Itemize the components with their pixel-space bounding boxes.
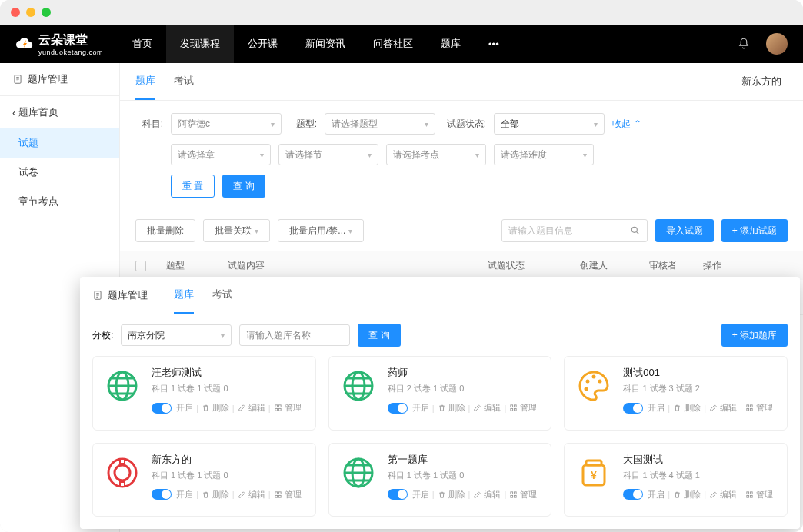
query-button[interactable]: 查 询 — [222, 175, 265, 198]
edit-icon — [473, 490, 481, 499]
close-dot[interactable] — [11, 8, 20, 17]
nav-item-3[interactable]: 新闻资讯 — [292, 25, 359, 63]
minimize-dot[interactable] — [26, 8, 35, 17]
card-manage[interactable]: 管理 — [509, 489, 537, 500]
bank-card: 汪老师测试科目 1 试卷 1 试题 0开启|删除|编辑|管理 — [92, 356, 316, 431]
card-manage[interactable]: 管理 — [274, 489, 302, 500]
card-manage[interactable]: 管理 — [509, 402, 537, 414]
nav-item-1[interactable]: 发现课程 — [166, 25, 234, 63]
branch-select[interactable]: 南京分院▾ — [121, 324, 232, 346]
svg-point-18 — [585, 387, 588, 391]
grid-icon — [274, 404, 282, 412]
bell-icon[interactable] — [737, 37, 751, 51]
tabs-right-title: 新东方的 — [741, 75, 788, 88]
toggle-label: 开启 — [176, 402, 193, 414]
svg-rect-42 — [747, 495, 749, 497]
nav-item-4[interactable]: 问答社区 — [359, 25, 427, 63]
edit-icon — [709, 490, 718, 499]
status-select[interactable]: 全部▾ — [494, 113, 605, 135]
logo[interactable]: 云朵课堂 yunduoketang.com — [15, 32, 103, 56]
chapter-select[interactable]: 请选择章▾ — [171, 144, 271, 165]
card-icon — [574, 366, 614, 406]
import-button[interactable]: 导入试题 — [655, 219, 714, 242]
bulk-delete-button[interactable]: 批量删除 — [135, 219, 195, 242]
avatar[interactable] — [766, 33, 788, 55]
logo-text: 云朵课堂 — [38, 32, 103, 48]
card-delete[interactable]: 删除 — [438, 402, 465, 414]
tab-0[interactable]: 题库 — [135, 63, 155, 100]
card-icon — [102, 453, 142, 493]
svg-point-15 — [586, 380, 590, 384]
svg-rect-28 — [278, 491, 281, 494]
card-edit[interactable]: 编辑 — [473, 402, 501, 414]
chevron-down-icon: ▾ — [271, 120, 275, 128]
card-manage[interactable]: 管理 — [274, 402, 302, 414]
card-edit[interactable]: 编辑 — [238, 402, 265, 414]
toggle-switch[interactable] — [623, 489, 643, 500]
bank-name-input[interactable]: 请输入题库名称 — [239, 324, 350, 346]
point-select[interactable]: 请选择考点▾ — [386, 144, 486, 165]
toggle-switch[interactable] — [388, 403, 408, 414]
toggle-switch[interactable] — [152, 403, 172, 414]
chevron-down-icon: ▾ — [221, 331, 225, 340]
subject-label: 科目: — [135, 118, 163, 131]
card-manage[interactable]: 管理 — [745, 489, 773, 500]
add-question-button[interactable]: + 添加试题 — [721, 219, 788, 242]
svg-rect-38 — [586, 461, 601, 465]
card-edit[interactable]: 编辑 — [238, 489, 265, 500]
collapse-toggle[interactable]: 收起 ⌃ — [612, 118, 641, 131]
card-delete[interactable]: 删除 — [673, 402, 701, 414]
toggle-label: 开启 — [648, 402, 665, 414]
edit-icon — [709, 404, 718, 412]
card-edit[interactable]: 编辑 — [709, 402, 737, 414]
bulk-toggle-button[interactable]: 批量启用/禁... ▾ — [278, 219, 364, 242]
overlay-tab-1[interactable]: 考试 — [212, 277, 232, 314]
chevron-down-icon: ▾ — [425, 120, 428, 128]
maximize-dot[interactable] — [42, 8, 51, 17]
svg-rect-22 — [750, 408, 752, 411]
toggle-label: 开启 — [176, 489, 193, 500]
bulk-link-button[interactable]: 批量关联 ▾ — [203, 219, 270, 242]
svg-rect-26 — [120, 482, 125, 487]
card-delete[interactable]: 删除 — [438, 489, 465, 500]
toggle-switch[interactable] — [623, 403, 643, 414]
trash-icon — [202, 404, 210, 412]
svg-rect-36 — [515, 495, 517, 497]
nav-item-0[interactable]: 首页 — [118, 25, 166, 63]
overlay-query-button[interactable]: 查 询 — [358, 324, 400, 347]
cloud-icon — [15, 35, 34, 53]
select-all-checkbox[interactable] — [135, 261, 146, 271]
card-delete[interactable]: 删除 — [673, 489, 701, 500]
sidebar-item-0[interactable]: 试题 — [0, 128, 119, 158]
card-edit[interactable]: 编辑 — [709, 489, 737, 500]
overlay-tab-0[interactable]: 题库 — [174, 277, 194, 314]
chevron-down-icon: ▾ — [583, 151, 587, 159]
toggle-switch[interactable] — [388, 489, 408, 500]
card-edit[interactable]: 编辑 — [473, 489, 501, 500]
search-input[interactable]: 请输入题目信息 — [501, 219, 648, 242]
section-select[interactable]: 请选择节▾ — [278, 144, 378, 165]
branch-label: 分校: — [92, 329, 113, 342]
overlay-window: 题库管理 题库考试 分校: 南京分院▾ 请输入题库名称 查 询 + 添加题库 汪… — [80, 277, 800, 529]
sidebar-item-2[interactable]: 章节考点 — [0, 187, 119, 216]
nav-item-5[interactable]: 题库 — [427, 25, 475, 63]
subject-select[interactable]: 阿萨德c▾ — [171, 113, 282, 135]
sidebar-item-1[interactable]: 试卷 — [0, 158, 119, 187]
trash-icon — [673, 404, 681, 412]
reset-button[interactable]: 重 置 — [171, 175, 215, 198]
add-bank-button[interactable]: + 添加题库 — [721, 324, 788, 347]
card-delete[interactable]: 删除 — [202, 402, 229, 414]
card-manage[interactable]: 管理 — [745, 402, 773, 414]
difficulty-select[interactable]: 请选择难度▾ — [494, 144, 594, 165]
type-select[interactable]: 请选择题型▾ — [325, 113, 435, 135]
svg-rect-6 — [278, 405, 281, 407]
toggle-switch[interactable] — [152, 489, 172, 500]
card-stats: 科目 1 试卷 3 试题 2 — [623, 383, 778, 394]
card-delete[interactable]: 删除 — [202, 489, 229, 500]
sidebar-title: 题库管理 — [0, 63, 119, 96]
nav-more[interactable]: ••• — [475, 25, 513, 63]
svg-rect-27 — [275, 491, 277, 494]
nav-item-2[interactable]: 公开课 — [234, 25, 292, 63]
tab-1[interactable]: 考试 — [174, 63, 194, 100]
sidebar-back[interactable]: ‹ 题库首页 — [0, 96, 119, 128]
